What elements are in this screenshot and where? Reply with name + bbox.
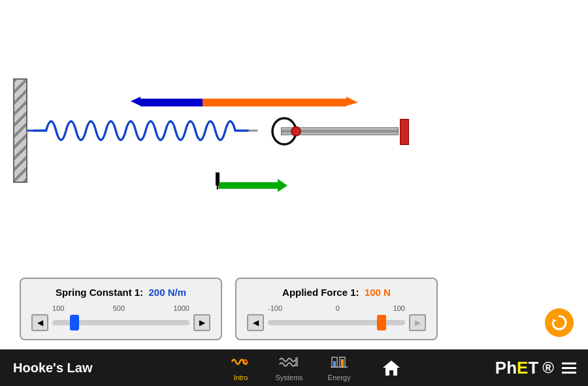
reload-icon bbox=[551, 314, 568, 331]
tab-intro[interactable]: Intro bbox=[221, 352, 259, 384]
af-mid-label: 0 bbox=[336, 304, 340, 312]
applied-force-rail[interactable] bbox=[268, 320, 405, 325]
svg-rect-25 bbox=[333, 361, 336, 367]
applied-force-slider-value: 100 N bbox=[365, 287, 391, 298]
applied-force-thumb[interactable] bbox=[377, 315, 386, 330]
energy-icon-svg bbox=[329, 355, 349, 369]
spring-constant-scale: 100 500 1000 bbox=[52, 304, 189, 312]
svg-marker-29 bbox=[383, 361, 400, 376]
displacement-arrow bbox=[218, 178, 287, 192]
home-icon bbox=[382, 359, 401, 377]
spring-constant-increment[interactable]: ▶ bbox=[193, 314, 210, 331]
hamburger-line-2 bbox=[562, 367, 576, 369]
svg-point-11 bbox=[291, 127, 301, 136]
right-wall-stop bbox=[400, 119, 409, 145]
svg-marker-19 bbox=[553, 319, 557, 323]
energy-tab-icon bbox=[329, 355, 349, 372]
applied-force-slider-box: Applied Force 1: 100 N -100 0 100 ◀ ▶ bbox=[235, 278, 438, 340]
handle-svg bbox=[271, 116, 304, 146]
spring-handle bbox=[271, 116, 304, 146]
intro-tab-icon bbox=[231, 355, 250, 372]
hamburger-menu[interactable] bbox=[558, 359, 580, 378]
phet-dot: ® bbox=[542, 359, 554, 377]
svg-rect-27 bbox=[341, 359, 344, 367]
af-min-label: -100 bbox=[268, 304, 282, 312]
sc-max-label: 1000 bbox=[174, 304, 189, 312]
left-wall bbox=[13, 78, 27, 183]
displacement-marker bbox=[216, 172, 220, 185]
spring-constant-decrement[interactable]: ◀ bbox=[31, 314, 48, 331]
sc-mid-label: 500 bbox=[113, 304, 125, 312]
spring-constant-rail[interactable] bbox=[52, 320, 189, 325]
tab-energy[interactable]: Energy bbox=[319, 352, 360, 384]
systems-tab-label: Systems bbox=[275, 374, 302, 381]
spring-constant-label: Spring Constant 1: bbox=[56, 287, 143, 298]
applied-force-track: ◀ ▶ bbox=[247, 314, 426, 331]
app-title: Hooke's Law bbox=[0, 361, 144, 376]
navbar: Hooke's Law Intro bbox=[0, 349, 588, 386]
svg-point-21 bbox=[246, 361, 248, 363]
hamburger-line-3 bbox=[562, 372, 576, 374]
energy-tab-label: Energy bbox=[328, 374, 351, 381]
spring-constant-slider-box: Spring Constant 1: 200 N/m 100 500 1000 … bbox=[20, 278, 222, 340]
applied-force-increment[interactable]: ▶ bbox=[409, 314, 426, 331]
spring-constant-track: ◀ ▶ bbox=[31, 314, 210, 331]
sliders-container: Spring Constant 1: 200 N/m 100 500 1000 … bbox=[20, 278, 438, 340]
spring-constant-title: Spring Constant 1: 200 N/m bbox=[31, 287, 210, 298]
spring-constant-value: 200 N/m bbox=[148, 287, 186, 298]
nav-tabs: Intro Systems bbox=[144, 352, 495, 384]
applied-force-slider-label: Applied Force 1: bbox=[282, 287, 359, 298]
home-button[interactable] bbox=[372, 356, 410, 379]
applied-force-decrement[interactable]: ◀ bbox=[247, 314, 264, 331]
systems-icon-svg bbox=[279, 355, 299, 369]
intro-tab-label: Intro bbox=[233, 374, 248, 381]
tab-systems[interactable]: Systems bbox=[266, 352, 312, 384]
intro-icon-svg bbox=[231, 355, 250, 369]
spring-constant-thumb[interactable] bbox=[70, 315, 79, 330]
spring-visual bbox=[27, 98, 289, 163]
applied-force-scale: -100 0 100 bbox=[268, 304, 405, 312]
phet-logo: PhET ® bbox=[495, 358, 588, 378]
svg-marker-15 bbox=[346, 97, 358, 106]
reload-button[interactable] bbox=[545, 308, 574, 337]
sc-min-label: 100 bbox=[52, 304, 64, 312]
phet-logo-text: PhET bbox=[495, 358, 538, 378]
applied-force-title: Applied Force 1: 100 N bbox=[247, 287, 426, 298]
svg-marker-18 bbox=[278, 179, 287, 192]
hamburger-line-1 bbox=[562, 362, 576, 364]
af-max-label: 100 bbox=[393, 304, 405, 312]
svg-rect-17 bbox=[219, 182, 278, 189]
systems-tab-icon bbox=[279, 355, 299, 372]
